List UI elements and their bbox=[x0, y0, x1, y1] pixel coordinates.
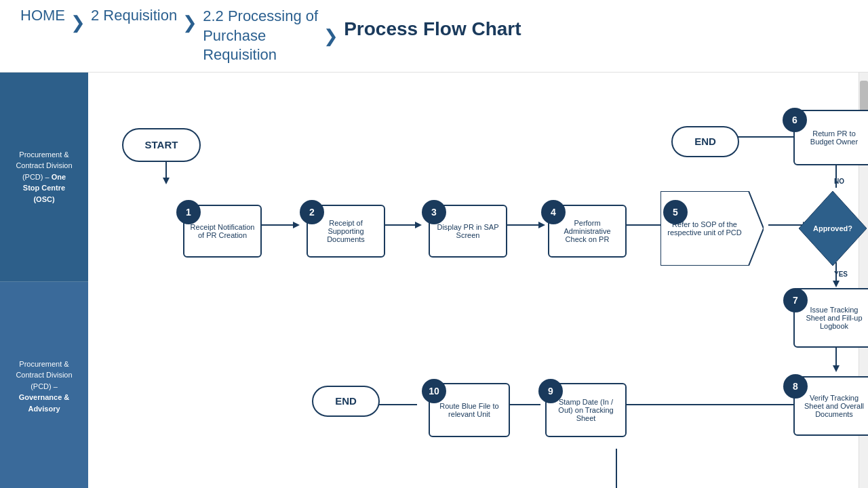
chevron-icon-2: ❯ bbox=[182, 12, 197, 33]
chevron-icon-3: ❯ bbox=[323, 26, 338, 47]
start-box: START bbox=[122, 128, 201, 162]
svg-marker-3 bbox=[293, 222, 300, 228]
sidebar-top-label: Procurement &Contract Division(PCD) – On… bbox=[16, 149, 72, 205]
breadcrumb-home-label: HOME bbox=[20, 7, 65, 24]
yes-label: YES bbox=[834, 270, 848, 278]
step-4-circle: 4 bbox=[541, 200, 566, 224]
sidebar: Procurement &Contract Division(PCD) – On… bbox=[0, 73, 88, 488]
breadcrumb-item-processing[interactable]: 2.2 Processing of Purchase Requisition bbox=[203, 7, 318, 65]
breadcrumb: HOME ❯ 2 Requisition ❯ 2.2 Processing of… bbox=[0, 0, 868, 73]
flowchart-area: START 1 Receipt Notification of PR Creat… bbox=[88, 73, 868, 488]
no-label: NO bbox=[834, 178, 844, 185]
end-box-1: END bbox=[671, 126, 739, 157]
approved-diamond: Approved? bbox=[799, 191, 867, 268]
sidebar-top-section: Procurement &Contract Division(PCD) – On… bbox=[0, 73, 88, 282]
step-2-circle: 2 bbox=[300, 200, 324, 224]
svg-marker-7 bbox=[538, 222, 545, 228]
step-6-circle: 6 bbox=[783, 108, 807, 132]
sidebar-bottom-section: Procurement &Contract Division(PCD) –Gov… bbox=[0, 282, 88, 488]
step-3-circle: 3 bbox=[422, 200, 446, 224]
breadcrumb-item-flowchart[interactable]: Process Flow Chart bbox=[344, 7, 521, 41]
sidebar-bottom-label: Procurement &Contract Division(PCD) –Gov… bbox=[16, 359, 72, 415]
breadcrumb-requisition-label: 2 Requisition bbox=[91, 7, 177, 24]
svg-marker-17 bbox=[833, 281, 840, 287]
step-10-circle: 10 bbox=[422, 379, 446, 403]
step-5-circle: 5 bbox=[663, 200, 688, 224]
svg-marker-5 bbox=[415, 222, 422, 228]
end-box-2: END bbox=[312, 386, 380, 417]
step-1-circle: 1 bbox=[176, 200, 201, 224]
main-layout: Procurement &Contract Division(PCD) – On… bbox=[0, 73, 868, 488]
chevron-icon-1: ❯ bbox=[71, 12, 85, 33]
breadcrumb-processing-label: 2.2 Processing of Purchase Requisition bbox=[203, 7, 318, 65]
step-9-circle: 9 bbox=[538, 379, 563, 403]
svg-marker-19 bbox=[833, 365, 840, 372]
breadcrumb-item-home[interactable]: HOME bbox=[20, 7, 65, 24]
breadcrumb-item-requisition[interactable]: 2 Requisition bbox=[91, 7, 177, 24]
svg-marker-1 bbox=[163, 178, 170, 184]
breadcrumb-flowchart-label: Process Flow Chart bbox=[344, 18, 521, 41]
step-7-circle: 7 bbox=[783, 288, 808, 312]
step-8-circle: 8 bbox=[783, 374, 808, 399]
